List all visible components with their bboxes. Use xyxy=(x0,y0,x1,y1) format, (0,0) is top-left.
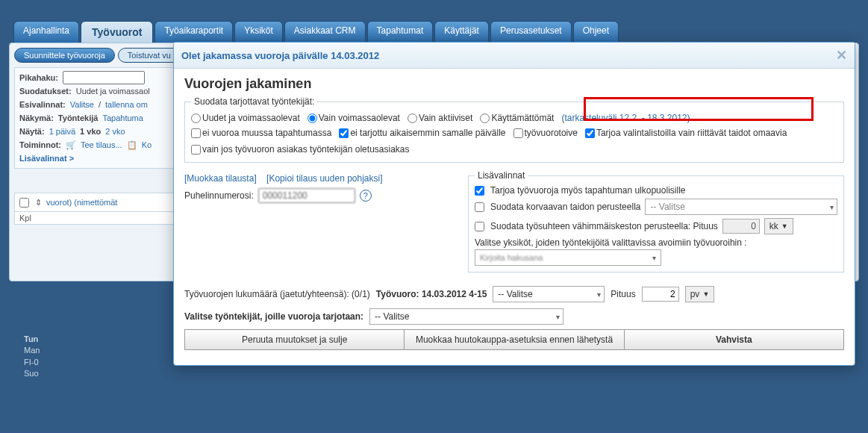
chevron-down-icon: ▾ xyxy=(652,254,656,262)
check-no-shift-elsewhere[interactable]: ei vuoroa muussa tapahtumassa xyxy=(191,126,331,140)
radio-only-valid[interactable]: Vain voimassaolevat xyxy=(307,111,400,125)
select-units-label: Valitse yksiköt, joiden työntekijöitä va… xyxy=(475,237,837,248)
length-unit-select[interactable]: pv▼ xyxy=(685,286,715,302)
chevron-down-icon: ▼ xyxy=(781,222,788,230)
footer-line-1: Tun xyxy=(24,334,38,343)
check-not-offered-same-day[interactable]: ei tarjottu aikaisemmin samalle päivälle xyxy=(339,126,505,140)
select-units-combo[interactable]: Kirjoita hakusana ▾ xyxy=(475,249,661,266)
filter-employees-fieldset: Suodata tarjottavat työntekijät: Uudet j… xyxy=(184,96,844,163)
unused-range-link[interactable]: (tarkasteluväli 12.2. - 18.3.2012) xyxy=(561,111,690,125)
filter-employees-legend: Suodata tarjottavat työntekijät: xyxy=(191,96,317,107)
action-make-order[interactable]: Tee tilaus... xyxy=(81,138,122,152)
cart-icon: 🛒 xyxy=(66,138,76,152)
modal-header: Olet jakamassa vuoroja päivälle 14.03.20… xyxy=(174,43,855,69)
view-employee[interactable]: Työntekijä xyxy=(58,111,99,125)
help-icon[interactable]: ? xyxy=(360,190,372,202)
order-link-bar: [Muokkaa tilausta] [Kopioi tilaus uuden … xyxy=(184,173,453,184)
shift-count-label: Työvuorojen lukumäärä (jaetut/yhteensä):… xyxy=(184,289,370,299)
modal-button-bar: Peruuta muutokset ja sulje Muokkaa huuto… xyxy=(184,329,844,350)
extra-options-legend: Lisävalinnat xyxy=(475,170,528,181)
assign-label: Valitse työntekijät, joille vuoroja tarj… xyxy=(184,311,363,322)
select-units-placeholder: Kirjoita hakusana xyxy=(480,253,543,262)
tab-kayttajat[interactable]: Käyttäjät xyxy=(434,21,489,43)
check-only-sufficient-skills[interactable]: Tarjoa valintalistoilla vain riittävät t… xyxy=(585,126,787,140)
quick-search-input[interactable] xyxy=(63,71,145,84)
check-only-default-customer[interactable]: vain jos työvuoron asiakas työntekijän o… xyxy=(191,143,410,156)
show-2wk[interactable]: 2 vko xyxy=(105,125,125,138)
view-label: Näkymä: xyxy=(19,111,54,125)
check-offer-outside[interactable] xyxy=(475,186,484,196)
length-input[interactable] xyxy=(642,287,679,302)
chevron-down-icon: ▼ xyxy=(702,290,709,298)
timeline-row-label[interactable]: vuorot) (nimettömät xyxy=(46,198,117,207)
shift-date-label: Työvuoro: 14.03.2012 4-15 xyxy=(376,289,487,299)
footer-line-2: Man xyxy=(24,346,40,355)
tab-ohjeet[interactable]: Ohjeet xyxy=(573,21,619,43)
timeline-row-checkbox[interactable] xyxy=(19,198,29,208)
tab-tapahtumat[interactable]: Tapahtumat xyxy=(367,21,434,43)
page-root: Ajanhallinta Työvuorot Työaikaraportit Y… xyxy=(0,0,868,393)
modal-body: Vuorojen jakaminen Suodata tarjottavat t… xyxy=(174,69,855,358)
filter-skill-select[interactable]: -- Valitse ▾ xyxy=(645,199,837,215)
subtab-recurring[interactable]: Toistuvat vu xyxy=(118,48,181,63)
presets-label: Esivalinnat: xyxy=(19,98,66,111)
chevron-down-icon: ▾ xyxy=(830,203,834,211)
footer-line-4: Suo xyxy=(24,369,39,378)
offer-outside-label: Tarjoa työvuoroja myös tapahtuman ulkopu… xyxy=(490,185,685,196)
extra-options-fieldset: Lisävalinnat Tarjoa työvuoroja myös tapa… xyxy=(468,170,844,272)
shift-count-row: Työvuorojen lukumäärä (jaetut/yhteensä):… xyxy=(184,286,844,302)
copy-icon: 📋 xyxy=(127,138,137,152)
filters-value: Uudet ja voimassaol xyxy=(76,84,150,98)
action-ko[interactable]: Ko xyxy=(142,138,152,152)
quick-search-label: Pikahaku: xyxy=(19,71,58,84)
min-duration-unit-select[interactable]: kk▼ xyxy=(764,218,793,234)
modal-title: Olet jakamassa vuoroja päivälle 14.03.20… xyxy=(181,50,379,61)
close-icon[interactable]: ✕ xyxy=(836,47,847,63)
copy-order-link[interactable]: [Kopioi tilaus uuden pohjaksi] xyxy=(266,173,382,184)
confirm-button[interactable]: Vahvista xyxy=(625,330,843,349)
show-1wk[interactable]: 1 vko xyxy=(80,125,101,138)
phone-input[interactable] xyxy=(258,188,355,203)
check-shift-preference[interactable]: työvuorotoive xyxy=(513,126,578,140)
assign-row: Valitse työntekijät, joille vuoroja tarj… xyxy=(184,308,844,325)
edit-auction-button[interactable]: Muokkaa huutokauppa-asetuksia ennen lähe… xyxy=(405,330,624,349)
check-filter-skill[interactable] xyxy=(475,202,484,212)
tab-tyoaikaraportit[interactable]: Työaikaraportit xyxy=(154,21,233,43)
tab-yksikot[interactable]: Yksiköt xyxy=(234,21,283,43)
tab-perusasetukset[interactable]: Perusasetukset xyxy=(490,21,572,43)
view-event[interactable]: Tapahtuma xyxy=(102,111,143,125)
radio-unused[interactable]: Käyttämättömät xyxy=(480,111,554,125)
phone-label: Puhelinnumerosi: xyxy=(184,190,254,201)
filter-skill-label: Suodata korvaavan taidon perusteella xyxy=(490,202,640,212)
modal-heading: Vuorojen jakaminen xyxy=(184,76,844,92)
subtab-plan-shifts[interactable]: Suunnittele työvuoroja xyxy=(14,48,115,63)
edit-order-link[interactable]: [Muokkaa tilausta] xyxy=(184,173,257,184)
assign-select[interactable]: -- Valitse ▾ xyxy=(369,308,563,325)
show-1day[interactable]: 1 päivä xyxy=(49,125,75,138)
show-label: Näytä: xyxy=(19,125,45,138)
filter-min-duration-label: Suodata työsuhteen vähimmäiskeston perus… xyxy=(490,221,718,231)
preset-select-link[interactable]: Valitse xyxy=(70,98,94,111)
tab-tyovuorot[interactable]: Työvuorot xyxy=(81,21,153,43)
length-label: Pituus xyxy=(611,289,635,299)
radio-only-active[interactable]: Vain aktiiviset xyxy=(408,111,472,125)
check-filter-min-duration[interactable] xyxy=(475,222,484,231)
modal-left-col: [Muokkaa tilausta] [Kopioi tilaus uuden … xyxy=(184,170,453,203)
filters-label: Suodatukset: xyxy=(19,84,72,98)
share-shifts-modal: Olet jakamassa vuoroja päivälle 14.03.20… xyxy=(173,42,855,366)
preset-save-link[interactable]: tallenna om xyxy=(105,98,148,111)
modal-right-col: Lisävalinnat Tarjoa työvuoroja myös tapa… xyxy=(468,170,844,280)
main-tabs: Ajanhallinta Työvuorot Työaikaraportit Y… xyxy=(9,21,859,43)
min-duration-input xyxy=(722,219,760,234)
chevron-down-icon: ▾ xyxy=(556,313,560,321)
radio-new-and-valid[interactable]: Uudet ja voimassaolevat xyxy=(191,111,300,125)
actions-label: Toiminnot: xyxy=(19,138,61,152)
tab-asiakkaat[interactable]: Asiakkaat CRM xyxy=(284,21,366,43)
tab-ajanhallinta[interactable]: Ajanhallinta xyxy=(13,21,79,43)
footer-line-3: FI-0 xyxy=(24,358,39,367)
cancel-button[interactable]: Peruuta muutokset ja sulje xyxy=(185,330,405,349)
resize-icon[interactable]: ⇕ xyxy=(35,198,42,208)
shift-select[interactable]: -- Valitse ▾ xyxy=(493,286,605,302)
extra-options-link[interactable]: Lisävalinnat > xyxy=(19,152,74,165)
chevron-down-icon: ▾ xyxy=(597,290,601,299)
